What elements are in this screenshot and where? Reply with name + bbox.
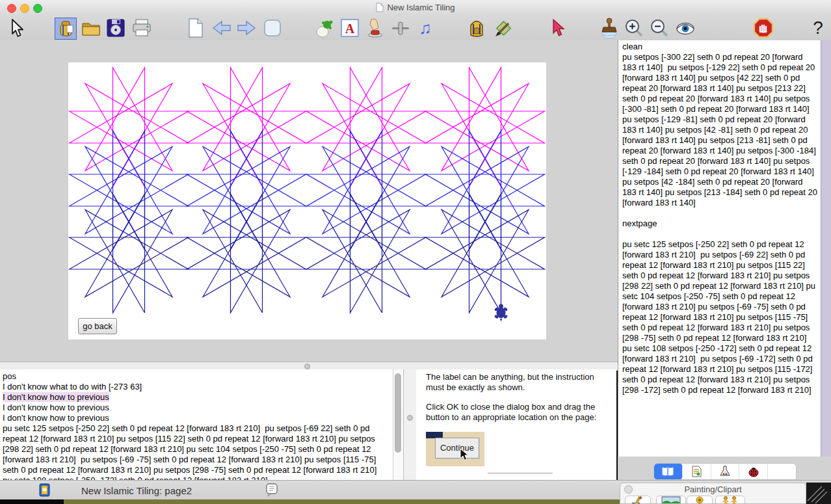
stamp-tool-button[interactable]	[599, 18, 620, 38]
new-project-button[interactable]	[55, 18, 77, 40]
command-center-output: posI don't know what to do with [-273 63…	[3, 371, 393, 480]
text-tool-button[interactable]: A	[339, 18, 360, 38]
turtle-icon[interactable]	[494, 304, 508, 322]
command-line: pos	[3, 371, 388, 382]
printer-icon	[131, 18, 152, 38]
open-button[interactable]	[81, 18, 101, 38]
empty-tab-space	[768, 464, 796, 479]
pencil-icon	[631, 496, 645, 504]
command-line: I don't know how to previous	[3, 413, 388, 423]
star-polyline	[70, 194, 189, 313]
svg-text:A: A	[345, 21, 355, 36]
islamic-tiling-pattern	[68, 62, 546, 339]
procedures-code: clean pu setpos [-300 22] seth 0 pd repe…	[622, 42, 818, 395]
panel-tab-bar	[653, 463, 797, 480]
resize-grip-icon[interactable]	[806, 483, 831, 504]
save-button[interactable]	[105, 18, 126, 38]
backpack-icon	[56, 19, 75, 38]
star-polyline	[70, 131, 189, 250]
open-book-icon	[661, 466, 674, 477]
ladybug-tab[interactable]	[739, 464, 768, 479]
eye-tool-button[interactable]	[675, 18, 696, 38]
print-button[interactable]	[131, 18, 152, 38]
letter-a-icon: A	[340, 18, 360, 38]
turtle-canvas-page[interactable]: go back	[68, 62, 546, 339]
note-bubble-icon[interactable]	[265, 483, 278, 497]
forward-arrow-icon	[237, 20, 256, 36]
page-shape-button[interactable]	[262, 18, 283, 38]
procedures-page-icon	[691, 466, 702, 477]
new-page-button[interactable]	[185, 18, 206, 38]
star-polyline	[307, 131, 426, 250]
blank-page-icon	[186, 18, 205, 38]
star-polyline	[70, 68, 189, 187]
window-title: New Islamic Tiling	[387, 3, 455, 12]
red-arrow-cursor-icon	[548, 18, 566, 38]
zoom-out-button[interactable]	[649, 18, 670, 38]
create-button-tool[interactable]	[365, 18, 386, 38]
paint-tools-button[interactable]	[493, 18, 514, 38]
magnifier-minus-icon	[650, 18, 669, 38]
flower-icon	[692, 496, 707, 504]
instruction-paragraph: Click OK to close the dialog box and dra…	[426, 402, 610, 423]
page-work-area: go back	[0, 40, 618, 362]
divider-line	[488, 473, 553, 475]
backpack-icon	[467, 18, 486, 38]
backgrounds-button[interactable]	[656, 496, 686, 504]
singles-button[interactable]	[687, 496, 713, 504]
toolbar: A ♫	[0, 15, 831, 41]
music-note-icon: ♫	[419, 20, 432, 36]
command-center[interactable]: posI don't know what to do with [-273 63…	[0, 369, 393, 480]
arrow-pointer-button[interactable]	[547, 18, 568, 38]
star-polyline	[426, 131, 545, 250]
zoom-in-button[interactable]	[624, 18, 644, 38]
splitter-grip[interactable]	[407, 415, 413, 421]
procedures-tab[interactable]	[683, 464, 711, 479]
page-view-tab[interactable]	[654, 464, 683, 479]
help-button[interactable]: ?	[808, 18, 828, 38]
stop-all-button[interactable]	[753, 18, 774, 38]
procedures-panel[interactable]: clean pu setpos [-300 22] seth 0 pd repe…	[618, 40, 821, 457]
command-center-scrollbar[interactable]	[393, 369, 404, 480]
continue-button-image: Continue	[435, 438, 479, 458]
star-polyline	[187, 131, 306, 250]
animation-button[interactable]	[715, 496, 745, 504]
instructions-panel[interactable]: The label can be anything, but the instr…	[416, 369, 616, 480]
title-bar: New Islamic Tiling	[0, 0, 831, 15]
splitter-grip[interactable]	[304, 364, 310, 369]
eye-icon	[675, 19, 696, 37]
flask-icon	[719, 466, 731, 477]
floppy-disk-icon	[106, 18, 125, 38]
vertical-splitter[interactable]	[403, 369, 417, 480]
back-page-button[interactable]	[211, 18, 232, 38]
ladybug-icon	[748, 466, 759, 477]
forward-page-button[interactable]	[236, 18, 257, 38]
drawing-tools-button[interactable]	[625, 496, 651, 504]
procedures-scrollbar[interactable]	[821, 40, 831, 457]
hatch-turtle-button[interactable]	[314, 18, 335, 38]
document-icon	[376, 3, 384, 12]
project-icon	[39, 483, 51, 497]
walking-figures-icon	[720, 496, 740, 504]
shapes-tab[interactable]	[711, 464, 740, 479]
slider-tool-button[interactable]	[390, 18, 411, 38]
slider-icon	[391, 18, 410, 38]
star-polyline	[426, 194, 545, 313]
star-polyline	[187, 68, 306, 187]
microworlds-window: { "window": { "title": "New Islamic Tili…	[0, 0, 831, 504]
go-back-label: go back	[83, 321, 112, 331]
painting-clipart-palette[interactable]: Painting/Clipart	[620, 483, 806, 504]
command-line: I don't know what to do with [-273 63]	[3, 382, 388, 392]
backpack-tool-button[interactable]	[466, 18, 487, 38]
rounded-page-icon	[263, 18, 282, 38]
paintbrush-icon	[493, 18, 514, 38]
palette-title: Painting/Clipart	[620, 484, 806, 494]
magnifier-plus-icon	[624, 18, 644, 38]
folder-icon	[81, 18, 101, 38]
scrollbar-thumb[interactable]	[395, 373, 401, 453]
go-back-button[interactable]: go back	[78, 318, 117, 334]
question-mark-icon: ?	[813, 18, 823, 38]
pointer-tool[interactable]	[5, 18, 26, 38]
star-polyline	[187, 194, 306, 313]
melody-tool-button[interactable]: ♫	[415, 18, 436, 38]
